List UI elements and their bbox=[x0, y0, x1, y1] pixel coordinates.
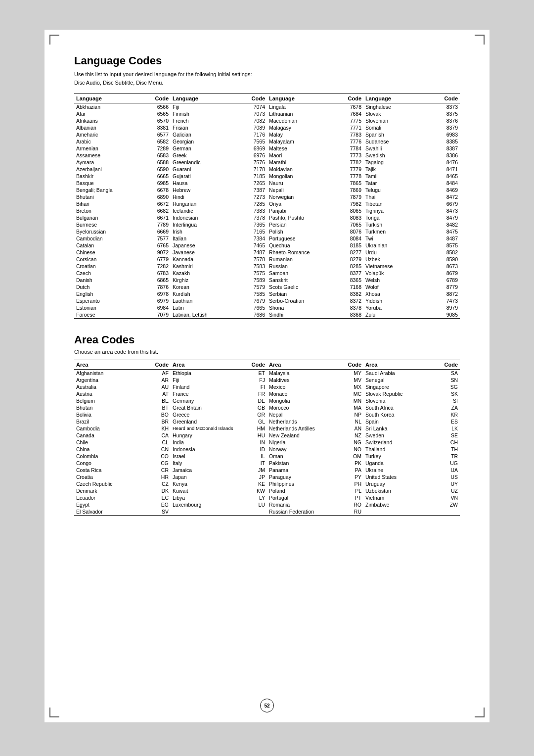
area-name: El Salvador bbox=[76, 509, 150, 515]
area-name: Maldives bbox=[269, 377, 343, 383]
area-code: NP bbox=[343, 412, 361, 418]
area-row: Nigeria NG bbox=[267, 439, 363, 446]
language-name: Latin bbox=[173, 305, 246, 311]
language-code: 8277 bbox=[343, 249, 361, 255]
language-code: 7789 bbox=[150, 222, 169, 228]
language-name: Finnish bbox=[173, 111, 246, 117]
language-row: Abkhazian 6566 bbox=[74, 103, 171, 110]
language-row: Xhosa 8872 bbox=[363, 290, 460, 297]
area-name: Great Britain bbox=[173, 405, 246, 411]
language-name: Urdu bbox=[365, 249, 439, 255]
language-code: 6582 bbox=[150, 139, 169, 144]
language-code: 7387 bbox=[246, 187, 265, 193]
area-code: HM bbox=[246, 425, 265, 431]
language-name: Indonesian bbox=[173, 215, 246, 221]
language-code: 6672 bbox=[150, 201, 169, 207]
area-row: Maldives MV bbox=[267, 377, 363, 383]
area-row: Czech Republic CZ bbox=[74, 480, 171, 487]
language-row: Afar 6565 bbox=[74, 110, 171, 117]
language-code: 7783 bbox=[343, 132, 361, 138]
area-name: Romania bbox=[269, 502, 343, 508]
area-name: Belgium bbox=[76, 398, 150, 404]
language-name: Arabic bbox=[76, 139, 150, 144]
language-row: Serbo-Croatian 8372 bbox=[267, 297, 363, 304]
language-codes-section: Language Codes Use this list to input yo… bbox=[74, 54, 460, 319]
area-code: CR bbox=[150, 467, 169, 473]
language-code: 8590 bbox=[439, 256, 458, 262]
language-name: Bhutani bbox=[76, 194, 150, 200]
language-row: Tatar 8484 bbox=[363, 180, 460, 187]
area-row: Senegal SN bbox=[363, 377, 460, 383]
language-name: Tamil bbox=[365, 173, 439, 179]
language-code: 8673 bbox=[439, 263, 458, 269]
language-name: Sanskrit bbox=[269, 277, 343, 283]
area-code: MV bbox=[343, 377, 361, 383]
area-row: Panama PA bbox=[267, 467, 363, 473]
language-code: 7082 bbox=[246, 118, 265, 124]
language-row: French 7082 bbox=[171, 117, 267, 124]
language-name: Maltese bbox=[269, 145, 343, 151]
language-row: Kashmiri 7583 bbox=[171, 263, 267, 270]
language-name: Shona bbox=[269, 305, 343, 311]
language-header-row: Language Code bbox=[363, 94, 460, 103]
language-row: Laothian 7679 bbox=[171, 297, 267, 304]
language-name: Interlingua bbox=[173, 222, 246, 228]
language-code: 6682 bbox=[150, 208, 169, 214]
area-row: Austria AT bbox=[74, 390, 171, 397]
area-row: Mongolia MN bbox=[267, 397, 363, 404]
language-code: 8279 bbox=[343, 256, 361, 262]
language-row: Bihari 6672 bbox=[74, 200, 171, 207]
area-code: BR bbox=[150, 419, 169, 425]
language-row: Corsican 6779 bbox=[74, 256, 171, 263]
language-code: 7778 bbox=[343, 173, 361, 179]
language-code: 7575 bbox=[246, 270, 265, 276]
area-name: Sweden bbox=[365, 432, 439, 438]
language-code: 6789 bbox=[439, 277, 458, 283]
language-name: Telugu bbox=[365, 187, 439, 193]
language-code: 8084 bbox=[343, 236, 361, 241]
language-name: Korean bbox=[173, 284, 246, 290]
language-name: Byelorussian bbox=[76, 229, 150, 235]
language-row: Sudanese 8385 bbox=[363, 138, 460, 145]
area-name: Germany bbox=[173, 398, 246, 404]
area-code: AR bbox=[150, 377, 169, 383]
language-row: Kurdish 7585 bbox=[171, 290, 267, 297]
language-name: Russian bbox=[269, 263, 343, 269]
area-code: SE bbox=[439, 432, 458, 438]
corner-mark-br bbox=[475, 708, 485, 717]
area-name: Paraguay bbox=[269, 474, 343, 480]
language-name: Burmese bbox=[76, 222, 150, 228]
area-row: Libya LY bbox=[171, 494, 267, 501]
area-row: Great Britain GB bbox=[171, 404, 267, 411]
language-row: Japanese 7465 bbox=[171, 242, 267, 249]
area-code: CA bbox=[150, 432, 169, 438]
area-name: Uganda bbox=[365, 460, 439, 466]
area-code: CG bbox=[150, 460, 169, 466]
language-code: 7585 bbox=[246, 291, 265, 297]
area-code: HU bbox=[246, 432, 265, 438]
language-name: Spanish bbox=[365, 132, 439, 138]
area-col-4: Area Code Saudi Arabia SA Senegal SN Sin… bbox=[363, 360, 460, 515]
language-code: 8479 bbox=[439, 215, 458, 221]
language-header-row: Language Code bbox=[267, 94, 363, 103]
language-row: Swahili 8387 bbox=[363, 145, 460, 152]
language-name: Quechua bbox=[269, 242, 343, 248]
language-row: Uzbek 8590 bbox=[363, 256, 460, 263]
language-code: 7465 bbox=[246, 242, 265, 248]
language-code: 8378 bbox=[343, 305, 361, 311]
language-code: 8386 bbox=[439, 152, 458, 158]
language-row: Interlingua 7365 bbox=[171, 221, 267, 228]
area-code: SK bbox=[439, 391, 458, 397]
area-code: GB bbox=[246, 405, 265, 411]
area-code: CN bbox=[150, 446, 169, 452]
language-name: Assamese bbox=[76, 152, 150, 158]
area-row: South Africa ZA bbox=[363, 404, 460, 411]
language-col-1: Language Code Abkhazian 6566 Afar 6565 A… bbox=[74, 94, 171, 318]
area-name: Colombia bbox=[76, 453, 150, 459]
language-name: Marathi bbox=[269, 159, 343, 165]
language-code: 6983 bbox=[439, 132, 458, 138]
area-name: Kenya bbox=[173, 481, 246, 487]
area-code: SG bbox=[439, 384, 458, 390]
language-row: Fiji 7074 bbox=[171, 103, 267, 110]
language-code: 8285 bbox=[343, 263, 361, 269]
